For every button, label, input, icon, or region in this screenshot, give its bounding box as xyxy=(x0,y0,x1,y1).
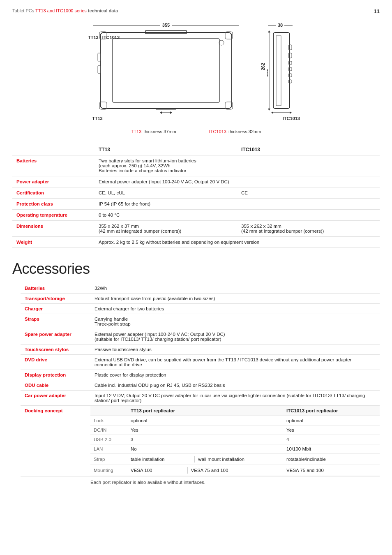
docking-col1-header: TT13 port replicator xyxy=(127,406,283,416)
docking-row: MountingVESA 100VESA 75 and 100VESA 75 a… xyxy=(90,465,380,476)
specs-col2: 355 x 262 x 32 mm (42 mm at integrated b… xyxy=(237,221,380,237)
docking-col2: 4 xyxy=(283,435,380,444)
acc-value: Carrying handle Three-point strap xyxy=(90,314,380,329)
tt13-dims: thickness 37mm xyxy=(143,129,176,134)
specs-label: Weight xyxy=(12,237,95,248)
acc-row: StrapsCarrying handle Three-point strap xyxy=(21,314,380,329)
specs-row: Power adapterExternal power adapter (Inp… xyxy=(12,176,380,187)
page-number: 11 xyxy=(374,8,380,14)
svg-marker-29 xyxy=(290,111,292,114)
specs-table: TT13 ITC1013 BatteriesTwo battery slots … xyxy=(12,144,380,248)
header-series: TT13 and ITC1000 series xyxy=(35,8,87,13)
acc-value: Robust transport case from plastic (avai… xyxy=(90,294,380,304)
svg-text:32: 32 xyxy=(279,114,284,115)
docking-feature: LAN xyxy=(90,444,127,454)
specs-section: TT13 ITC1013 BatteriesTwo battery slots … xyxy=(12,144,380,248)
header-left: Tablet PCs TT13 and ITC1000 series techn… xyxy=(12,8,118,13)
side-diagram: 262 32 xyxy=(267,28,300,115)
dim-262: 262 xyxy=(261,28,265,104)
specs-label: Batteries xyxy=(12,155,95,176)
acc-row: Transport/storageRobust transport case f… xyxy=(21,294,380,304)
svg-rect-15 xyxy=(273,32,290,109)
acc-label: Transport/storage xyxy=(21,294,90,304)
docking-col1: Yes xyxy=(127,426,283,435)
itc1013-dim-label: ITC1013 xyxy=(209,129,226,134)
docking-row: Lockoptionaloptional xyxy=(90,416,380,426)
dim-38: 38 xyxy=(276,23,284,28)
specs-row: Dimensions355 x 262 x 37 mm (42 mm at in… xyxy=(12,221,380,237)
specs-row: Protection classIP 54 (IP 65 for the fro… xyxy=(12,199,380,210)
front-diagram: 37 xyxy=(92,28,240,115)
specs-col1: 355 x 262 x 37 mm (42 mm at integrated b… xyxy=(95,221,237,237)
tt13-label: TT13 xyxy=(92,116,103,121)
svg-rect-0 xyxy=(100,32,232,109)
acc-row: Car power adapterInput 12 V DV; Output 2… xyxy=(21,391,380,406)
itc1013-dims: thickness 32mm xyxy=(228,129,261,134)
docking-feature: Strap xyxy=(90,454,127,465)
docking-row: Straptable installationwall mount instal… xyxy=(90,454,380,465)
accessories-table: Batteries32WhTransport/storageRobust tra… xyxy=(21,283,380,406)
acc-value: Plastic cover for display protection xyxy=(90,370,380,380)
docking-col2-header: ITC1013 port replicator xyxy=(283,406,380,416)
specs-row: Operating temperature0 to 40 °C xyxy=(12,210,380,221)
tt13-dim-label: TT13 xyxy=(131,129,142,134)
itc1013-label: ITC1013 xyxy=(283,116,300,121)
specs-value: External power adapter (Input 100-240 V … xyxy=(95,176,380,187)
docking-inner-table: TT13 port replicator ITC1013 port replic… xyxy=(90,406,380,476)
acc-label: Display protection xyxy=(21,370,90,380)
specs-value: 0 to 40 °C xyxy=(95,210,380,221)
docking-col1: table installationwall mount installatio… xyxy=(127,454,283,465)
svg-rect-16 xyxy=(276,36,281,106)
docking-col1: 3 xyxy=(127,435,283,444)
specs-label: Protection class xyxy=(12,199,95,210)
docking-row: USB 2.034 xyxy=(90,435,380,444)
docking-col2: rotatable/inclinable xyxy=(283,454,380,465)
docking-feature: USB 2.0 xyxy=(90,435,127,444)
page-header: Tablet PCs TT13 and ITC1000 series techn… xyxy=(12,8,380,14)
accessories-heading: Accessories xyxy=(12,260,380,278)
specs-col1: CE, UL, cUL xyxy=(95,187,237,199)
docking-feature: DC/IN xyxy=(90,426,127,435)
specs-label: Operating temperature xyxy=(12,210,95,221)
acc-row: DVD driveExternal USB DVD drive, can be … xyxy=(21,355,380,370)
specs-row: BatteriesTwo battery slots for smart lit… xyxy=(12,155,380,176)
acc-value: Input 12 V DV; Output 20 V DC power adap… xyxy=(90,391,380,406)
svg-marker-25 xyxy=(268,109,270,111)
tt13-itc1013-label: TT13 / ITC1013 xyxy=(88,35,120,40)
svg-point-10 xyxy=(219,40,224,45)
acc-row: Display protectionPlastic cover for disp… xyxy=(21,370,380,380)
docking-feature: Mounting xyxy=(90,465,127,476)
docking-col2: Yes xyxy=(283,426,380,435)
acc-value: External USB DVD drive, can be supplied … xyxy=(90,355,380,370)
svg-rect-1 xyxy=(113,39,219,102)
acc-label: Straps xyxy=(21,314,90,329)
docking-col1: VESA 100VESA 75 and 100 xyxy=(127,465,283,476)
specs-value: Approx. 2 kg to 2.5 kg without batteries… xyxy=(95,237,380,248)
svg-text:262: 262 xyxy=(267,69,269,76)
acc-value: External power adapter (Input 100-240 V … xyxy=(90,329,380,345)
docking-section: Docking concept TT13 port replicator ITC… xyxy=(21,406,380,476)
docking-col1: optional xyxy=(127,416,283,426)
acc-value: External charger for two batteries xyxy=(90,304,380,314)
specs-col1-header: TT13 xyxy=(95,144,237,155)
docking-feature-header xyxy=(90,406,127,416)
docking-row: DC/INYesYes xyxy=(90,426,380,435)
acc-row: Batteries32Wh xyxy=(21,283,380,294)
header-prefix: Tablet PCs xyxy=(12,8,35,13)
acc-row: ODU cableCable incl. industrial ODU plug… xyxy=(21,380,380,391)
specs-value: IP 54 (IP 65 for the front) xyxy=(95,199,380,210)
acc-value: Passive touchscreen stylus xyxy=(90,345,380,355)
specs-col2: CE xyxy=(237,187,380,199)
docking-col2: 10/100 Mbit xyxy=(283,444,380,454)
docking-col2: VESA 75 and 100 xyxy=(283,465,380,476)
svg-marker-24 xyxy=(268,30,270,32)
dim-355: 355 xyxy=(160,23,172,28)
specs-label: Certification xyxy=(12,187,95,199)
specs-col2-header: ITC1013 xyxy=(237,144,380,155)
svg-marker-28 xyxy=(271,111,273,114)
acc-value: Cable incl. industrial ODU plug on RJ 45… xyxy=(90,380,380,391)
svg-marker-12 xyxy=(160,111,162,114)
acc-label: Spare power adapter xyxy=(21,329,90,345)
svg-text:37: 37 xyxy=(163,114,168,115)
docking-content: TT13 port replicator ITC1013 port replic… xyxy=(90,406,380,476)
